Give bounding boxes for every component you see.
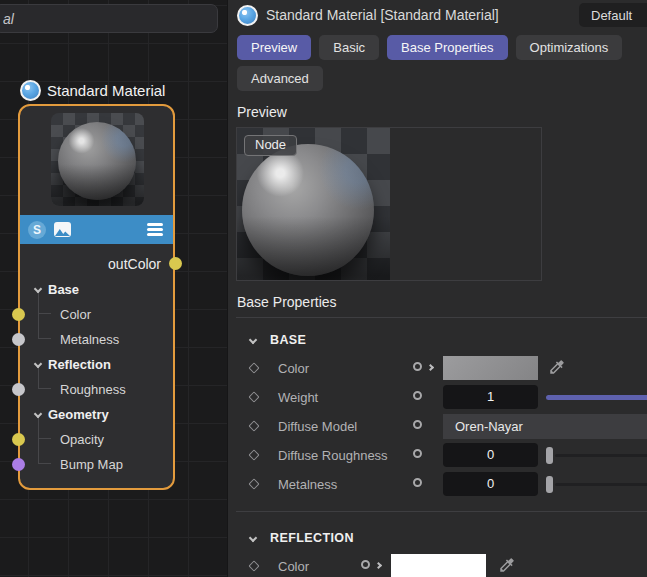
row-base-color: Color: [228, 354, 647, 383]
tree-item-bump-map[interactable]: Bump Map: [20, 452, 173, 477]
chevron-down-icon[interactable]: [249, 534, 257, 542]
expand-arrow-icon[interactable]: [427, 364, 434, 371]
tab-advanced[interactable]: Advanced: [237, 66, 323, 91]
eyedropper-icon[interactable]: [548, 358, 566, 379]
panel-title: Standard Material [Standard Material]: [266, 7, 499, 23]
row-label: Metalness: [278, 470, 337, 499]
outcolor-port[interactable]: [169, 257, 182, 270]
color-swatch[interactable]: [391, 554, 486, 577]
chevron-down-icon[interactable]: [34, 285, 42, 293]
panel-tabs: Preview Basic Base Properties Optimizati…: [228, 30, 647, 91]
row-reflection-color: Color: [228, 552, 647, 577]
tree-item-label: Metalness: [60, 327, 119, 352]
slider-handle[interactable]: [546, 476, 553, 493]
panel-header: Standard Material [Standard Material] De…: [228, 0, 647, 30]
weight-slider[interactable]: [546, 395, 647, 400]
tab-base-properties[interactable]: Base Properties: [387, 35, 508, 60]
material-sphere-icon: [237, 5, 258, 26]
row-label: Diffuse Roughness: [278, 441, 388, 470]
row-label: Color: [278, 552, 309, 577]
node-search-input[interactable]: [0, 4, 218, 33]
tree-group-reflection[interactable]: Reflection: [20, 352, 173, 377]
slider-track[interactable]: [555, 483, 647, 486]
parameter-diamond-icon[interactable]: [248, 420, 259, 431]
tree-group-label: Geometry: [48, 402, 109, 427]
chevron-down-icon[interactable]: [34, 360, 42, 368]
tab-basic[interactable]: Basic: [319, 35, 379, 60]
roughness-input-port[interactable]: [12, 383, 25, 396]
port-circle-icon[interactable]: [413, 420, 422, 429]
preview-mode-badge[interactable]: Node: [244, 135, 297, 156]
node-header-bar[interactable]: S: [20, 215, 173, 244]
group-label: REFLECTION: [270, 531, 354, 545]
parameter-diamond-icon[interactable]: [248, 449, 259, 460]
tree-item-color[interactable]: Color: [20, 302, 173, 327]
port-circle-icon[interactable]: [413, 449, 422, 458]
chevron-down-icon[interactable]: [34, 410, 42, 418]
group-header-base[interactable]: BASE: [228, 328, 647, 354]
port-circle-icon[interactable]: [413, 362, 422, 371]
hamburger-menu-icon[interactable]: [147, 223, 163, 226]
port-circle-icon[interactable]: [413, 391, 422, 400]
tree-item-label: Opacity: [60, 427, 104, 452]
base-properties-section-label: Base Properties: [237, 294, 647, 310]
tree-item-metalness[interactable]: Metalness: [20, 327, 173, 352]
preview-shadow-overlay: [51, 113, 144, 206]
node-title-label: Standard Material: [47, 82, 165, 99]
slider-handle[interactable]: [546, 447, 553, 464]
divider: [236, 317, 647, 318]
tree-item-roughness[interactable]: Roughness: [20, 377, 173, 402]
image-icon: [54, 222, 71, 237]
eyedropper-icon[interactable]: [498, 556, 516, 577]
group-header-reflection[interactable]: REFLECTION: [228, 526, 647, 552]
tree-item-opacity[interactable]: Opacity: [20, 427, 173, 452]
row-diffuse-roughness: Diffuse Roughness 0: [228, 441, 647, 470]
weight-value-field[interactable]: 1: [443, 385, 538, 409]
tree-item-label: Color: [60, 302, 91, 327]
tab-optimizations[interactable]: Optimizations: [516, 35, 623, 60]
tree-item-label: Roughness: [60, 377, 126, 402]
tree-item-label: Bump Map: [60, 452, 123, 477]
diffuse-model-dropdown[interactable]: Oren-Nayar: [443, 414, 647, 439]
parameter-diamond-icon[interactable]: [248, 478, 259, 489]
row-weight: Weight 1: [228, 383, 647, 412]
standard-material-node[interactable]: S outColor Base Color: [18, 104, 175, 490]
opacity-input-port[interactable]: [12, 433, 25, 446]
tree-group-geometry[interactable]: Geometry: [20, 402, 173, 427]
tree-group-label: Base: [48, 277, 79, 302]
material-node-editor-window: Standard Material S outColor: [0, 0, 647, 577]
row-diffuse-model: Diffuse Model Oren-Nayar: [228, 412, 647, 441]
metalness-input-port[interactable]: [12, 333, 25, 346]
row-metalness: Metalness 0: [228, 470, 647, 499]
material-sphere-icon: [20, 80, 41, 101]
tree-group-label: Reflection: [48, 352, 111, 377]
parameter-diamond-icon[interactable]: [248, 362, 259, 373]
slider-track[interactable]: [555, 454, 647, 457]
chevron-down-icon[interactable]: [249, 336, 257, 344]
node-title[interactable]: Standard Material: [20, 80, 165, 101]
row-label: Weight: [278, 383, 318, 412]
tree-group-base[interactable]: Base: [20, 277, 173, 302]
group-label: BASE: [270, 333, 306, 347]
attribute-panel: Standard Material [Standard Material] De…: [227, 0, 647, 577]
port-circle-icon[interactable]: [361, 560, 370, 569]
preview-viewport[interactable]: Node: [236, 127, 542, 281]
node-graph-canvas[interactable]: Standard Material S outColor: [0, 0, 227, 577]
default-button[interactable]: Default: [579, 3, 647, 27]
node-preview-thumbnail[interactable]: [51, 113, 144, 206]
color-input-port[interactable]: [12, 308, 25, 321]
row-label: Diffuse Model: [278, 412, 357, 441]
color-swatch[interactable]: [443, 356, 538, 380]
bump-map-input-port[interactable]: [12, 458, 25, 471]
divider: [236, 511, 647, 512]
s-badge-icon: S: [28, 221, 46, 239]
parameter-diamond-icon[interactable]: [248, 391, 259, 402]
metalness-value-field[interactable]: 0: [443, 472, 538, 496]
preview-section-label: Preview: [237, 104, 647, 120]
port-circle-icon[interactable]: [413, 478, 422, 487]
row-label: Color: [278, 354, 309, 383]
diffuse-roughness-value-field[interactable]: 0: [443, 443, 538, 467]
parameter-diamond-icon[interactable]: [248, 560, 259, 571]
tab-preview[interactable]: Preview: [237, 35, 311, 60]
expand-arrow-icon[interactable]: [375, 562, 382, 569]
